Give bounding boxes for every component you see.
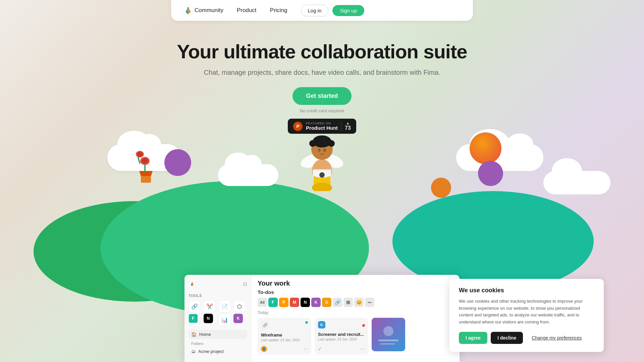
tool-btn-figma[interactable]: F [189,314,198,323]
doc-card-icon-2: K [318,321,325,328]
app-sidebar: ⊟ Tools 🔗 ✂️ 📄 ⬡ F N 📊 K 🏠 Home Folders … [184,275,252,362]
ph-votes: ▲ 73 [341,121,351,131]
tool-btn-3[interactable]: 📄 [219,300,231,312]
acme-label: Acme project [198,349,224,354]
doc-card-image [372,318,405,351]
doc-card-bottom-2: ✓ ··· [318,346,365,352]
tool-filter-n[interactable]: N [301,298,310,307]
hero-title: Your ultimate collaboration suite [0,40,644,63]
no-credit-text: No credit card required [0,108,644,113]
cloud-mid-left [218,164,278,186]
tools-label: Tools [189,294,247,298]
tool-filter-figma[interactable]: F [268,298,278,307]
product-hunt-text: FEATURED ON Product Hunt [306,122,338,131]
today-label: Today [258,310,453,315]
orange-circle-mid [431,178,451,198]
nav-link-product[interactable]: Product [237,7,257,14]
docs-row: 🔗 Wireframe Last update: 24 Jan, 2024 👤 … [258,318,453,355]
nav-link-pricing[interactable]: Pricing [270,7,287,14]
doc-more-1[interactable]: ··· [304,346,308,352]
tool-filter-p[interactable]: P [279,298,288,307]
nav-actions: Log in Sign up [301,5,365,16]
svg-point-6 [309,140,316,147]
logo-icon [182,4,195,17]
nav-links: Community Product Pricing [195,7,287,14]
tool-btn-2[interactable]: ✂️ [204,300,216,312]
tool-icons-row: All F P M N K G 🔗 ⊞ 😊 ••• [258,298,453,307]
login-button[interactable]: Log in [301,5,329,16]
signup-button[interactable]: Sign up [332,5,364,16]
app-main: Your work To-dos All F P M N K G 🔗 ⊞ 😊 •… [252,275,460,362]
get-started-button[interactable]: Get started [292,87,351,105]
doc-card-title-1: Wireframe [261,333,308,338]
product-hunt-badge[interactable]: P FEATURED ON Product Hunt ▲ 73 [288,119,356,134]
doc-card-screener[interactable]: K Screener and recruit... Last update: 2… [315,318,368,355]
sidebar-collapse-icon[interactable]: ⊟ [243,281,247,287]
your-work-title: Your work [258,280,453,287]
svg-point-8 [318,148,321,152]
doc-card-status-1 [305,321,308,324]
tool-btn-1[interactable]: 🔗 [189,300,201,312]
cookie-agree-button[interactable]: I agree [459,332,487,344]
svg-rect-25 [378,340,398,341]
home-icon: 🏠 [191,332,197,337]
folder-icon: 🗂 [191,349,196,354]
svg-point-12 [319,172,325,178]
nav-item-acme[interactable]: 🗂 Acme project [189,347,247,356]
svg-point-24 [383,326,393,336]
doc-card-icon-1: 🔗 [261,321,269,329]
cloud-far-right [543,171,610,194]
app-preview: ⊟ Tools 🔗 ✂️ 📄 ⬡ F N 📊 K 🏠 Home Folders … [184,275,460,362]
purple-circle-left [164,149,191,176]
cookie-buttons: I agree I decline Change my preferences [459,332,594,344]
doc-check-row: ✓ [318,346,322,352]
svg-point-20 [137,152,143,157]
nav-link-community[interactable]: Community [195,7,223,14]
navbar: Community Product Pricing Log in Sign up [171,0,473,21]
ph-arrow-icon: ▲ [346,121,350,125]
cookie-text: We use cookies and other tracking techno… [459,298,594,326]
doc-card-wireframe[interactable]: 🔗 Wireframe Last update: 24 Jan, 2024 👤 … [258,318,311,355]
tool-btn-k[interactable]: K [233,314,243,323]
tool-filter-link[interactable]: 🔗 [333,298,342,307]
ph-name-label: Product Hunt [306,125,338,131]
tool-filter-k[interactable]: K [311,298,321,307]
tool-filter-emoji[interactable]: 😊 [354,298,364,307]
tool-btn-4[interactable]: ⬡ [233,300,246,312]
doc-card-date-1: Last update: 24 Jan, 2024 [261,338,308,342]
svg-rect-26 [380,343,395,345]
nav-item-home[interactable]: 🏠 Home [189,330,247,339]
tool-btn-notion[interactable]: N [204,314,213,323]
folders-label: Folders [191,342,247,346]
svg-point-21 [142,158,148,164]
product-hunt-icon: P [293,122,303,131]
cookie-change-prefs-button[interactable]: Change my preferences [526,332,587,344]
tool-btn-chart[interactable]: 📊 [219,314,231,326]
doc-more-2[interactable]: ··· [361,346,365,352]
todos-title: To-dos [258,289,453,295]
flower-pot [132,151,159,186]
tool-filter-more[interactable]: ••• [365,298,374,307]
tool-filter-m[interactable]: M [290,298,299,307]
svg-point-7 [328,140,335,147]
doc-card-bottom-1: 👤 ··· [261,346,308,352]
svg-marker-15 [139,171,153,176]
sidebar-logo-icon [189,280,196,288]
check-icon: ✓ [318,346,322,352]
hero-subtitle: Chat, manage projects, share docs, have … [0,69,644,76]
tool-filter-all[interactable]: All [258,298,267,307]
cookie-banner: We use cookies We use cookies and other … [449,279,604,352]
hero-section: Your ultimate collaboration suite Chat, … [0,27,644,134]
tool-filter-g[interactable]: G [322,298,331,307]
cookie-decline-button[interactable]: I decline [491,332,523,344]
home-label: Home [199,332,211,337]
doc-card-title-2: Screener and recruit... [318,332,365,337]
tool-filter-table[interactable]: ⊞ [343,298,353,307]
doc-avatar-1: 👤 [261,346,267,352]
ph-featured-label: FEATURED ON [306,122,331,125]
orange-circle-right [470,132,501,164]
svg-point-5 [313,135,331,147]
svg-point-9 [323,148,326,152]
ph-count: 73 [345,125,351,131]
cookie-title: We use cookies [459,287,594,294]
